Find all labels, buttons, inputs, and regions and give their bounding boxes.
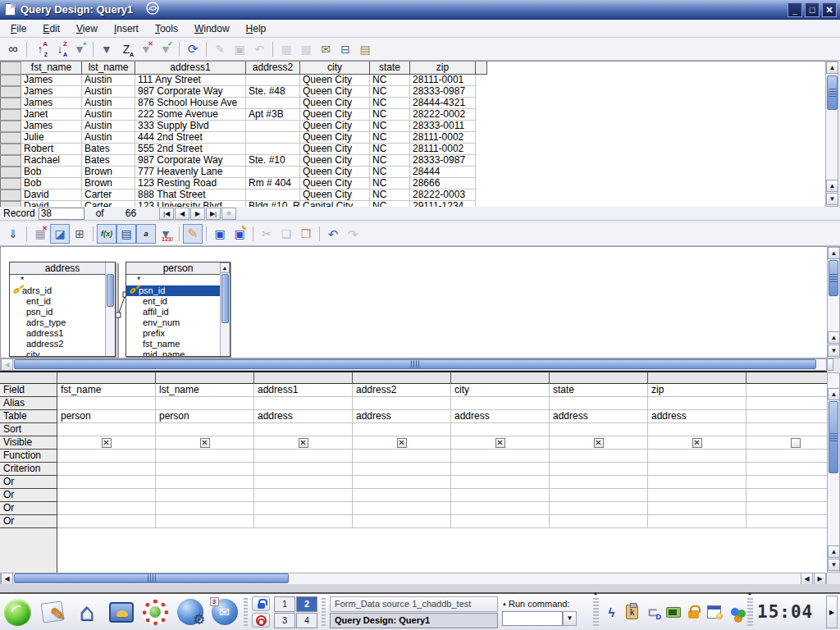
alias-icon[interactable]: a [136, 224, 156, 244]
design-cell[interactable] [353, 502, 451, 515]
scroll-up-button[interactable]: ▲ [826, 180, 838, 192]
field-address1[interactable]: address1 [10, 328, 115, 339]
cell[interactable]: 28111-0002 [410, 144, 476, 155]
cell[interactable]: 28222-0003 [410, 189, 476, 201]
design-cell[interactable]: address [254, 410, 353, 423]
cell[interactable]: Austin [82, 132, 135, 144]
design-cell[interactable] [550, 423, 648, 436]
network-icon[interactable] [664, 604, 682, 621]
cell[interactable]: 111 Any Street [135, 75, 246, 86]
cell[interactable]: Ste. #48 [246, 86, 300, 98]
design-cell[interactable] [353, 450, 451, 463]
design-cell[interactable] [451, 463, 550, 476]
cell[interactable]: David [21, 201, 82, 207]
design-cell[interactable] [156, 502, 254, 515]
cell[interactable]: Robert [21, 144, 82, 155]
column-header-address1[interactable]: address1 [135, 62, 246, 75]
design-cell[interactable] [648, 476, 746, 489]
edit-icon[interactable]: ✎ [183, 224, 203, 244]
design-cell[interactable]: fst_name [57, 384, 156, 397]
home-icon[interactable]: ⌂ [71, 597, 102, 628]
design-cell[interactable] [57, 423, 156, 436]
scroll-up-button[interactable]: ▲ [826, 62, 838, 74]
desktop-2[interactable]: 2 [296, 596, 317, 612]
design-cell[interactable] [353, 515, 451, 528]
cell[interactable]: 777 Heavenly Lane [135, 167, 246, 178]
field-all[interactable]: * [10, 275, 115, 285]
scroll-left-button[interactable]: ◀ [1, 573, 13, 585]
scroll-up-button[interactable]: ▲ [828, 388, 840, 400]
cell[interactable]: James [21, 98, 82, 109]
cell[interactable]: 28333-0011 [410, 121, 476, 132]
cell[interactable]: Queen City [300, 155, 370, 167]
cell[interactable]: Queen City [300, 98, 370, 109]
design-grid-vscroll[interactable]: ▲ ▲ ▼ [827, 372, 840, 573]
cell[interactable]: Queen City [300, 86, 370, 98]
last-record-button[interactable]: ▶| [206, 208, 221, 220]
design-cell[interactable] [746, 502, 827, 515]
row-selector[interactable] [0, 109, 21, 121]
design-cell[interactable] [353, 463, 451, 476]
design-cell[interactable]: ✕ [156, 436, 254, 450]
table-row[interactable]: DavidCarter123 University BlvdBldg #10, … [0, 201, 825, 207]
panel-handle[interactable] [747, 598, 753, 626]
cell[interactable]: 987 Corporate Way [135, 86, 246, 98]
scroll-down-button[interactable]: ▼ [828, 345, 840, 357]
first-record-button[interactable]: |◀ [159, 208, 174, 220]
design-cell[interactable] [550, 502, 648, 515]
cell[interactable]: Brown [82, 178, 135, 189]
menu-tools[interactable]: Tools [148, 21, 185, 36]
design-cell[interactable] [156, 515, 254, 528]
design-cell[interactable] [451, 489, 550, 502]
cell[interactable]: Austin [82, 86, 135, 98]
design-column-3[interactable]: address1address✕ [254, 372, 353, 573]
row-selector[interactable] [0, 144, 21, 155]
table-row[interactable]: JanetAustin222 Some AvenueApt #3BQueen C… [0, 109, 825, 121]
scroll-up-button[interactable]: ▲ [828, 247, 840, 259]
cell[interactable]: Queen City [300, 144, 370, 155]
text-editor-icon[interactable] [37, 597, 67, 628]
cell[interactable]: Bob [21, 167, 82, 178]
design-cell[interactable] [648, 489, 746, 502]
field-address2[interactable]: address2 [10, 339, 115, 349]
table-row[interactable]: BobBrown777 Heavenly LaneQueen CityNC284… [0, 167, 825, 178]
cell[interactable]: Queen City [300, 121, 370, 132]
record-number-input[interactable] [39, 208, 84, 220]
cell[interactable]: 444 2nd Street [135, 132, 246, 144]
cell[interactable]: 28111-0001 [410, 75, 476, 86]
minimize-button[interactable]: _ [788, 2, 802, 17]
design-cell[interactable] [156, 463, 254, 476]
table-row[interactable]: JamesAustin876 School House AveQueen Cit… [0, 98, 825, 109]
panel-clock[interactable]: 15:04 [757, 602, 813, 622]
cell[interactable]: Bldg #10, Rm [246, 201, 300, 207]
field-all[interactable]: * [126, 275, 230, 285]
functions-icon[interactable]: f(x) [97, 224, 116, 244]
design-grid[interactable]: FieldAliasTableSortVisibleFunctionCriter… [0, 371, 827, 573]
column-head[interactable] [451, 372, 550, 384]
design-cell[interactable]: zip [648, 384, 746, 397]
design-cell[interactable] [156, 489, 254, 502]
next-record-button[interactable]: ▶ [190, 208, 205, 220]
scroll-thumb[interactable] [829, 260, 838, 296]
data-to-text-icon[interactable]: ✉ [316, 39, 336, 59]
desktop-3[interactable]: 3 [274, 613, 295, 628]
standard-filter-icon[interactable]: ▼ [97, 39, 116, 59]
design-cell[interactable]: address2 [353, 384, 451, 397]
cell[interactable]: NC [370, 75, 410, 86]
column-header-fst_name[interactable]: fst_name [21, 62, 82, 75]
close-button[interactable]: ✕ [822, 2, 837, 17]
column-head[interactable] [353, 372, 451, 384]
table-title[interactable]: address [10, 262, 115, 275]
column-header-lst_name[interactable]: lst_name [82, 62, 135, 75]
column-header-city[interactable]: city [300, 62, 370, 75]
field-adrs_id[interactable]: adrs_id [10, 285, 115, 296]
design-cell[interactable] [254, 450, 353, 463]
design-cell[interactable] [648, 463, 746, 476]
scroll-down-button[interactable]: ▼ [826, 193, 838, 205]
design-cell[interactable] [254, 463, 353, 476]
column-header-state[interactable]: state [370, 62, 410, 75]
cell[interactable]: Austin [82, 109, 135, 121]
design-cell[interactable] [451, 397, 550, 410]
scroll-thumb[interactable] [14, 359, 816, 369]
design-cell[interactable]: ✕ [648, 436, 746, 450]
